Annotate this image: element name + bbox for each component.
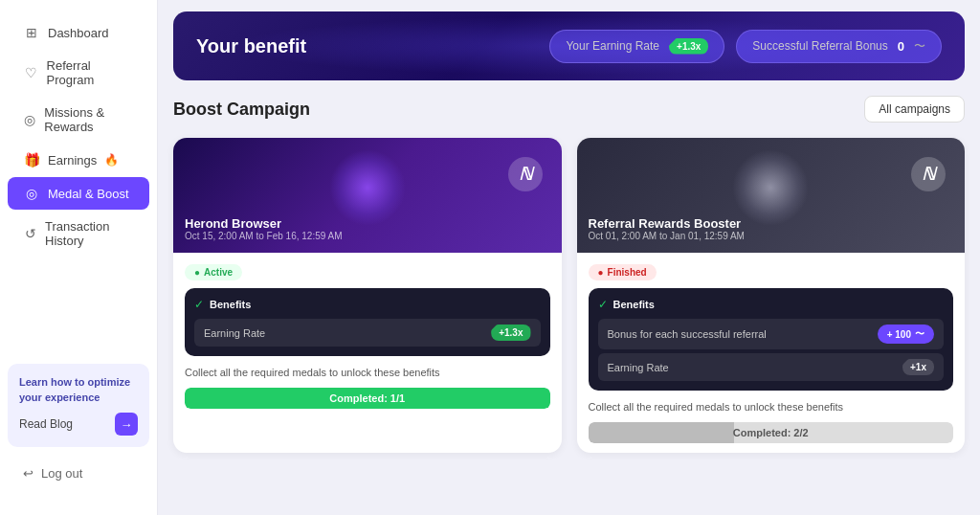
sidebar-nav: ⊞ Dashboard ♡ Referral Program ◎ Mission… [0,15,157,352]
sidebar-item-history[interactable]: ↺ Transaction History [8,211,149,257]
benefit-label-rate: Earning Rate [608,362,669,373]
status-badge-active: ● Active [185,264,242,280]
hero-title: Your benefit [196,35,306,57]
collect-text-herond: Collect all the required medals to unloc… [185,366,550,380]
progress-bar-fill-grey [589,422,735,443]
sidebar-item-earnings[interactable]: 🎁 Earnings 🔥 [8,144,149,176]
benefit-row-earning: Earning Rate +1.3x [194,319,541,347]
campaign-logo-referral: ℕ [911,157,946,191]
referral-bonus-value: 0 [898,39,904,54]
benefits-section-referral: ✓ Benefits Bonus for each successful ref… [589,288,954,391]
status-badge-finished: ● Finished [589,264,657,280]
sidebar: ⊞ Dashboard ♡ Referral Program ◎ Mission… [0,0,158,515]
boost-section: Boost Campaign All campaigns ℕ Herond Br… [158,80,980,515]
progress-row-herond: Completed: 1/1 [185,388,550,409]
medal-icon: ◎ [23,186,40,201]
logout-icon: ↩ [23,466,33,481]
missions-icon: ◎ [23,112,36,127]
benefit-label-bonus: Bonus for each successful referral [608,328,767,340]
sidebar-item-label: Transaction History [45,219,134,248]
earning-rate-badge: +1.3x [669,38,708,55]
benefits-title-text-ref: Benefits [613,299,655,310]
progress-label-referral: Completed: 2/2 [733,427,809,438]
sidebar-item-referral[interactable]: ♡ Referral Program [8,50,149,96]
campaign-card-referral: ℕ Referral Rewards Booster Oct 01, 2:00 … [577,138,966,453]
benefit-value-green: +1.3x [491,325,530,341]
progress-bar-referral: Completed: 2/2 [589,422,954,443]
sidebar-item-label: Earnings [48,153,97,168]
main-content: Your benefit Your Earning Rate +1.3x Suc… [158,0,980,515]
campaign-info-herond: Herond Browser Oct 15, 2:00 AM to Feb 16… [185,216,343,241]
fire-icon: 🔥 [104,153,119,167]
campaign-date-referral: Oct 01, 2:00 AM to Jan 01, 12:59 AM [589,231,745,241]
benefit-value-text: + 100 [887,329,911,340]
progress-label-herond: Completed: 1/1 [329,392,405,404]
benefit-value-purple: + 100 〜 [878,325,934,344]
campaign-info-referral: Referral Rewards Booster Oct 01, 2:00 AM… [589,216,745,241]
dashboard-icon: ⊞ [23,25,40,40]
sidebar-item-missions[interactable]: ◎ Missions & Rewards [8,97,149,143]
campaign-date-herond: Oct 15, 2:00 AM to Feb 16, 12:59 AM [185,231,343,241]
history-icon: ↺ [23,226,37,241]
campaign-glow-herond [329,149,406,226]
referral-bonus-label: Successful Referral Bonus [752,39,887,53]
campaign-body-referral: ● Finished ✓ Benefits Bonus for each suc… [577,253,966,453]
sidebar-item-label: Medal & Boost [48,187,129,201]
hero-banner: Your benefit Your Earning Rate +1.3x Suc… [173,11,965,80]
read-blog-label: Read Blog [19,417,73,431]
gift-icon: 🎁 [23,152,40,168]
sidebar-item-label: Dashboard [48,26,109,40]
status-dot: ● [194,267,200,278]
campaigns-grid: ℕ Herond Browser Oct 15, 2:00 AM to Feb … [173,138,965,453]
logout-label: Log out [41,466,82,481]
learn-card: Learn how to optimize your experience Re… [8,364,149,447]
benefits-title-row: ✓ Benefits [194,298,541,311]
benefits-check-icon: ✓ [194,298,204,311]
sidebar-item-label: Missions & Rewards [44,105,134,134]
herond-logo-text: ℕ [519,164,532,185]
benefit-row-referral-bonus: Bonus for each successful referral + 100… [598,319,945,349]
campaign-image-referral: ℕ Referral Rewards Booster Oct 01, 2:00 … [577,138,966,253]
progress-bar-herond: Completed: 1/1 [185,388,550,409]
status-dot-finished: ● [598,267,604,278]
all-campaigns-button[interactable]: All campaigns [864,96,965,123]
benefit-label: Earning Rate [204,327,265,339]
boost-header: Boost Campaign All campaigns [173,96,965,123]
earning-rate-pill: Your Earning Rate +1.3x [549,30,724,63]
referral-icon: ♡ [23,65,39,80]
benefit-value-grey: +1x [902,359,934,375]
read-blog-row: Read Blog → [19,413,138,436]
logout-item[interactable]: ↩ Log out [8,459,149,488]
boost-title: Boost Campaign [173,100,310,120]
status-label-finished: Finished [608,267,647,278]
referral-bonus-pill: Successful Referral Bonus 0 〜 [736,30,942,63]
earning-rate-label: Your Earning Rate [566,39,659,53]
campaign-logo-herond: ℕ [508,157,543,191]
benefits-title-row-ref: ✓ Benefits [598,298,945,311]
benefits-title-text: Benefits [210,299,251,310]
benefits-check-icon-ref: ✓ [598,298,608,311]
sidebar-item-dashboard[interactable]: ⊞ Dashboard [8,16,149,49]
sidebar-item-medal[interactable]: ◎ Medal & Boost [8,177,149,210]
benefits-section-herond: ✓ Benefits Earning Rate +1.3x [185,288,550,356]
campaign-card-herond: ℕ Herond Browser Oct 15, 2:00 AM to Feb … [173,138,562,453]
collect-text-referral: Collect all the required medals to unloc… [589,400,954,414]
benefit-value-icon: 〜 [915,327,924,341]
referral-icon-small: 〜 [914,38,925,55]
campaign-glow-referral [732,149,809,226]
benefit-row-earning-rate: Earning Rate +1x [598,353,945,381]
campaign-image-herond: ℕ Herond Browser Oct 15, 2:00 AM to Feb … [173,138,562,253]
hero-right: Your Earning Rate +1.3x Successful Refer… [549,30,942,63]
campaign-name-herond: Herond Browser [185,216,343,231]
progress-row-referral: Completed: 2/2 [589,422,954,443]
read-blog-button[interactable]: → [115,413,138,436]
status-label: Active [204,267,233,278]
sidebar-item-label: Referral Program [47,58,134,87]
campaign-body-herond: ● Active ✓ Benefits Earning Rate +1.3x [173,253,562,418]
campaign-name-referral: Referral Rewards Booster [589,216,745,231]
sidebar-bottom: Learn how to optimize your experience Re… [0,352,157,500]
referral-logo-text: ℕ [922,164,935,185]
learn-card-text: Learn how to optimize your experience [19,375,138,405]
